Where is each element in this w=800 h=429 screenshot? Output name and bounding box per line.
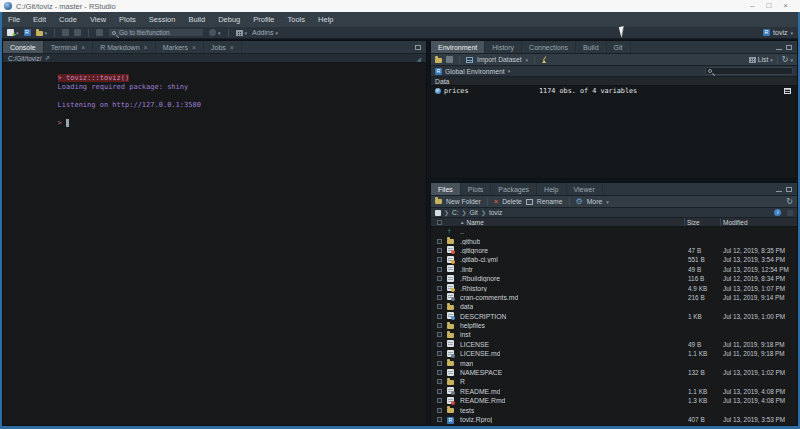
breadcrumb-item[interactable]: ❯ toviz — [481, 209, 502, 216]
file-checkbox[interactable] — [437, 361, 442, 366]
select-all-checkbox[interactable] — [437, 220, 442, 225]
tab[interactable]: Git — [607, 41, 631, 53]
file-name[interactable]: helpfiles — [460, 322, 485, 329]
table-row[interactable]: .github — [431, 236, 797, 245]
file-name[interactable]: inst — [460, 331, 471, 338]
file-name[interactable]: LICENSE.md — [460, 350, 500, 357]
file-name[interactable]: .lintr — [460, 266, 473, 273]
file-checkbox[interactable] — [437, 342, 442, 347]
file-name[interactable]: R — [460, 378, 465, 385]
tab-close-icon[interactable]: × — [192, 44, 196, 51]
file-checkbox[interactable] — [437, 314, 442, 319]
menu-item[interactable]: Session — [149, 15, 176, 24]
tab[interactable]: Plots — [461, 183, 492, 195]
minimize-pane-icon[interactable] — [776, 191, 782, 192]
table-row[interactable]: NAMESPACE 132 B Jul 13, 2019, 1:02 PM — [431, 368, 797, 377]
environment-search-input[interactable] — [705, 67, 793, 75]
more-button[interactable]: More — [587, 198, 603, 205]
tab[interactable]: Help — [537, 183, 566, 195]
file-checkbox[interactable] — [437, 417, 442, 422]
file-name[interactable]: DESCRIPTION — [460, 313, 506, 320]
file-name[interactable]: data — [460, 303, 473, 310]
import-dataset-button[interactable]: Import Dataset — [477, 56, 522, 63]
minimize-pane-icon[interactable] — [776, 49, 782, 50]
table-row[interactable]: helpfiles — [431, 321, 797, 330]
file-checkbox[interactable] — [437, 379, 442, 384]
menu-item[interactable]: Tools — [288, 15, 306, 24]
file-name[interactable]: LICENSE — [460, 341, 489, 348]
tab-close-icon[interactable]: × — [144, 44, 148, 51]
maximize-pane-icon[interactable] — [415, 45, 421, 50]
file-name[interactable]: README.md — [460, 388, 500, 395]
file-name[interactable]: .Rbuildignore — [460, 275, 500, 282]
close-button[interactable]: × — [783, 1, 788, 11]
tab-close-icon[interactable]: × — [81, 44, 85, 51]
view-dataframe-icon[interactable] — [784, 88, 791, 94]
table-row[interactable]: inst — [431, 330, 797, 339]
file-name[interactable]: README.Rmd — [460, 397, 505, 404]
file-checkbox[interactable] — [437, 239, 442, 244]
maximize-pane-icon[interactable] — [786, 187, 792, 192]
table-row[interactable]: .Rbuildignore 116 B Jul 12, 2019, 8:34 P… — [431, 274, 797, 283]
table-row[interactable]: R — [431, 377, 797, 386]
file-checkbox[interactable] — [437, 257, 442, 262]
file-checkbox[interactable] — [437, 389, 442, 394]
delete-button[interactable]: Delete — [502, 198, 522, 205]
file-name[interactable]: .gitlab-ci.yml — [460, 256, 498, 263]
menu-item[interactable]: Debug — [218, 15, 240, 24]
goto-file-input[interactable]: Go to file/function — [108, 28, 204, 37]
tab[interactable]: Terminal × — [44, 41, 94, 53]
menu-item[interactable]: Help — [318, 15, 333, 24]
panes-layout-icon[interactable] — [236, 30, 243, 36]
table-row[interactable]: toviz.Rproj 407 B Jul 13, 2019, 3:53 PM — [431, 415, 797, 424]
tab[interactable]: Packages — [491, 183, 537, 195]
table-row[interactable]: README.md 1.1 KB Jul 13, 2019, 4:08 PM — [431, 387, 797, 396]
table-row[interactable]: .lintr 49 B Jul 13, 2019, 12:54 PM — [431, 265, 797, 274]
table-row[interactable]: cran-comments.md 216 B Jul 11, 2019, 9:1… — [431, 293, 797, 302]
tab-close-icon[interactable]: × — [230, 44, 234, 51]
menu-item[interactable]: Code — [59, 15, 77, 24]
file-checkbox[interactable] — [437, 276, 442, 281]
open-file-icon[interactable] — [36, 31, 43, 36]
menu-item[interactable]: Build — [188, 15, 205, 24]
tab[interactable]: Jobs × — [204, 41, 242, 53]
file-name[interactable]: tests — [460, 407, 474, 414]
minimize-button[interactable]: – — [750, 1, 754, 11]
tab[interactable]: Files — [431, 183, 461, 195]
menu-item[interactable]: Plots — [119, 15, 136, 24]
tab[interactable]: Connections — [522, 41, 576, 53]
table-row[interactable]: README.Rmd 1.3 KB Jul 13, 2019, 4:08 PM — [431, 396, 797, 405]
refresh-icon[interactable]: ↻ — [782, 56, 789, 64]
maximize-button[interactable]: □ — [766, 1, 771, 11]
file-name[interactable]: .Rhistory — [460, 285, 487, 292]
environment-scope-select[interactable]: Global Environment — [445, 68, 505, 75]
environment-object-row[interactable]: prices 1174 obs. of 4 variables — [431, 86, 797, 96]
file-checkbox[interactable] — [437, 267, 442, 272]
file-checkbox[interactable] — [437, 398, 442, 403]
ellipsis-icon[interactable] — [787, 210, 793, 216]
breadcrumb-item[interactable]: ❯ Git — [462, 209, 478, 216]
open-file-caret[interactable]: ▾ — [45, 30, 48, 36]
new-file-icon[interactable] — [7, 29, 14, 36]
load-workspace-icon[interactable] — [435, 58, 442, 63]
file-checkbox[interactable] — [437, 295, 442, 300]
menu-item[interactable]: Profile — [253, 15, 274, 24]
table-row[interactable]: .gitignore 47 B Jul 12, 2019, 8:35 PM — [431, 246, 797, 255]
tab[interactable]: Markers × — [156, 41, 204, 53]
save-workspace-icon[interactable] — [446, 56, 453, 63]
file-checkbox[interactable] — [437, 408, 442, 413]
workspace-icon[interactable] — [209, 29, 216, 36]
table-row[interactable]: .. — [431, 227, 797, 236]
file-checkbox[interactable] — [437, 323, 442, 328]
list-view-button[interactable]: List — [758, 56, 769, 63]
addins-menu[interactable]: Addins▾ — [252, 29, 278, 36]
menu-item[interactable]: View — [90, 15, 106, 24]
home-icon[interactable] — [435, 210, 441, 216]
console-output[interactable]: > toviz:::toviz() Loading required packa… — [3, 63, 426, 425]
tab[interactable]: Environment — [431, 41, 485, 53]
column-modified[interactable]: Modified — [721, 219, 797, 226]
refresh-icon[interactable]: ↻ — [786, 198, 793, 206]
table-row[interactable]: .gitlab-ci.yml 551 B Jul 13, 2019, 3:54 … — [431, 255, 797, 264]
file-name[interactable]: .github — [460, 238, 480, 245]
file-checkbox[interactable] — [437, 304, 442, 309]
